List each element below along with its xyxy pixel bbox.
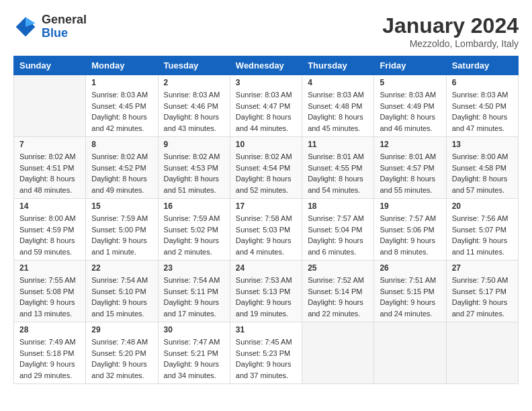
daylight-label: Daylight: 9 hours and 19 minutes. [236, 298, 292, 318]
day-number: 6 [452, 78, 513, 87]
day-info: Sunrise: 8:00 AM Sunset: 4:58 PM Dayligh… [452, 151, 513, 195]
day-info: Sunrise: 8:02 AM Sunset: 4:52 PM Dayligh… [91, 151, 152, 195]
day-cell: 30 Sunrise: 7:47 AM Sunset: 5:21 PM Dayl… [158, 322, 230, 384]
day-number: 27 [452, 263, 513, 273]
day-info: Sunrise: 7:57 AM Sunset: 5:04 PM Dayligh… [308, 213, 368, 257]
sunrise-label: Sunrise: 7:47 AM [164, 338, 220, 346]
day-info: Sunrise: 7:55 AM Sunset: 5:08 PM Dayligh… [19, 275, 80, 319]
day-cell [374, 322, 446, 384]
sunrise-label: Sunrise: 7:54 AM [164, 276, 220, 284]
day-info: Sunrise: 7:59 AM Sunset: 5:02 PM Dayligh… [164, 213, 224, 257]
sunset-label: Sunset: 5:06 PM [380, 226, 434, 234]
sunrise-label: Sunrise: 7:57 AM [380, 214, 436, 222]
daylight-label: Daylight: 8 hours and 55 minutes. [380, 175, 435, 194]
sunset-label: Sunset: 4:47 PM [236, 102, 290, 110]
sunrise-label: Sunrise: 7:49 AM [19, 338, 76, 346]
day-info: Sunrise: 7:57 AM Sunset: 5:06 PM Dayligh… [380, 213, 440, 257]
daylight-label: Daylight: 9 hours and 17 minutes. [164, 298, 220, 318]
sunset-label: Sunset: 5:18 PM [19, 349, 74, 357]
day-info: Sunrise: 8:01 AM Sunset: 4:55 PM Dayligh… [308, 151, 368, 195]
sunrise-label: Sunrise: 7:58 AM [236, 214, 292, 222]
sunset-label: Sunset: 5:15 PM [380, 287, 434, 295]
day-info: Sunrise: 8:03 AM Sunset: 4:49 PM Dayligh… [380, 89, 440, 134]
sunrise-label: Sunrise: 7:45 AM [236, 338, 292, 346]
day-number: 11 [308, 140, 368, 149]
day-cell: 27 Sunrise: 7:50 AM Sunset: 5:17 PM Dayl… [446, 261, 518, 322]
sunrise-label: Sunrise: 8:03 AM [91, 91, 148, 99]
sunset-label: Sunset: 5:20 PM [91, 349, 146, 357]
day-info: Sunrise: 7:51 AM Sunset: 5:15 PM Dayligh… [380, 275, 440, 319]
day-info: Sunrise: 8:02 AM Sunset: 4:53 PM Dayligh… [164, 151, 224, 195]
logo: General Blue [13, 13, 87, 40]
day-number: 4 [308, 78, 368, 87]
day-cell: 6 Sunrise: 8:03 AM Sunset: 4:50 PM Dayli… [446, 75, 518, 137]
daylight-label: Daylight: 8 hours and 48 minutes. [19, 175, 75, 194]
sunset-label: Sunset: 4:52 PM [91, 164, 146, 172]
day-info: Sunrise: 8:03 AM Sunset: 4:45 PM Dayligh… [91, 89, 152, 134]
week-row-3: 14 Sunrise: 8:00 AM Sunset: 4:59 PM Dayl… [14, 199, 519, 261]
sunrise-label: Sunrise: 7:48 AM [91, 338, 148, 346]
day-cell: 20 Sunrise: 7:56 AM Sunset: 5:07 PM Dayl… [446, 199, 518, 261]
day-number: 19 [380, 201, 440, 211]
day-info: Sunrise: 8:03 AM Sunset: 4:47 PM Dayligh… [236, 89, 296, 134]
daylight-label: Daylight: 9 hours and 32 minutes. [91, 360, 147, 379]
sunset-label: Sunset: 4:55 PM [308, 164, 362, 172]
daylight-label: Daylight: 8 hours and 46 minutes. [380, 113, 435, 132]
daylight-label: Daylight: 8 hours and 47 minutes. [452, 113, 508, 132]
daylight-label: Daylight: 9 hours and 13 minutes. [19, 298, 75, 318]
day-cell: 26 Sunrise: 7:51 AM Sunset: 5:15 PM Dayl… [374, 261, 446, 322]
day-number: 15 [91, 201, 152, 211]
day-number: 26 [380, 263, 440, 273]
day-cell: 8 Sunrise: 8:02 AM Sunset: 4:52 PM Dayli… [86, 137, 158, 199]
day-info: Sunrise: 8:01 AM Sunset: 4:57 PM Dayligh… [380, 151, 440, 195]
header-row: SundayMondayTuesdayWednesdayThursdayFrid… [14, 56, 519, 75]
day-cell: 14 Sunrise: 8:00 AM Sunset: 4:59 PM Dayl… [14, 199, 86, 261]
day-number: 2 [164, 78, 224, 87]
day-cell [14, 75, 86, 137]
day-number: 9 [164, 140, 224, 149]
sunset-label: Sunset: 4:50 PM [452, 102, 506, 110]
daylight-label: Daylight: 9 hours and 34 minutes. [164, 360, 220, 379]
daylight-label: Daylight: 8 hours and 44 minutes. [236, 113, 292, 132]
daylight-label: Daylight: 8 hours and 43 minutes. [164, 113, 220, 132]
day-number: 8 [91, 140, 152, 149]
day-cell: 21 Sunrise: 7:55 AM Sunset: 5:08 PM Dayl… [14, 261, 86, 322]
day-cell: 10 Sunrise: 8:02 AM Sunset: 4:54 PM Dayl… [230, 137, 302, 199]
header-cell-tuesday: Tuesday [158, 56, 230, 75]
sunset-label: Sunset: 5:14 PM [308, 287, 362, 295]
sunset-label: Sunset: 5:02 PM [164, 226, 218, 234]
week-row-5: 28 Sunrise: 7:49 AM Sunset: 5:18 PM Dayl… [14, 322, 519, 384]
day-number: 22 [91, 263, 152, 273]
header-cell-wednesday: Wednesday [230, 56, 302, 75]
sunrise-label: Sunrise: 7:52 AM [308, 276, 364, 284]
daylight-label: Daylight: 8 hours and 54 minutes. [308, 175, 363, 194]
day-cell: 28 Sunrise: 7:49 AM Sunset: 5:18 PM Dayl… [14, 322, 86, 384]
sunrise-label: Sunrise: 7:57 AM [308, 214, 364, 222]
day-cell: 2 Sunrise: 8:03 AM Sunset: 4:46 PM Dayli… [158, 75, 230, 137]
day-number: 25 [308, 263, 368, 273]
day-info: Sunrise: 7:58 AM Sunset: 5:03 PM Dayligh… [236, 213, 296, 257]
day-cell: 23 Sunrise: 7:54 AM Sunset: 5:11 PM Dayl… [158, 261, 230, 322]
day-number: 23 [164, 263, 224, 273]
day-number: 7 [19, 140, 80, 149]
sunrise-label: Sunrise: 8:03 AM [380, 91, 436, 99]
calendar-table: SundayMondayTuesdayWednesdayThursdayFrid… [13, 56, 519, 384]
day-cell: 15 Sunrise: 7:59 AM Sunset: 5:00 PM Dayl… [86, 199, 158, 261]
day-number: 1 [91, 78, 152, 87]
sunset-label: Sunset: 5:23 PM [236, 349, 290, 357]
day-cell [446, 322, 518, 384]
day-cell: 4 Sunrise: 8:03 AM Sunset: 4:48 PM Dayli… [302, 75, 374, 137]
day-info: Sunrise: 7:52 AM Sunset: 5:14 PM Dayligh… [308, 275, 368, 319]
sunset-label: Sunset: 4:46 PM [164, 102, 218, 110]
daylight-label: Daylight: 9 hours and 8 minutes. [380, 236, 435, 256]
daylight-label: Daylight: 9 hours and 6 minutes. [308, 236, 363, 256]
sunset-label: Sunset: 5:11 PM [164, 287, 218, 295]
day-number: 12 [380, 140, 440, 149]
sunset-label: Sunset: 5:07 PM [452, 226, 506, 234]
sunset-label: Sunset: 4:51 PM [19, 164, 74, 172]
day-info: Sunrise: 7:59 AM Sunset: 5:00 PM Dayligh… [91, 213, 152, 257]
sunset-label: Sunset: 4:49 PM [380, 102, 434, 110]
day-cell: 22 Sunrise: 7:54 AM Sunset: 5:10 PM Dayl… [86, 261, 158, 322]
day-info: Sunrise: 7:50 AM Sunset: 5:17 PM Dayligh… [452, 275, 513, 319]
sunset-label: Sunset: 4:48 PM [308, 102, 362, 110]
